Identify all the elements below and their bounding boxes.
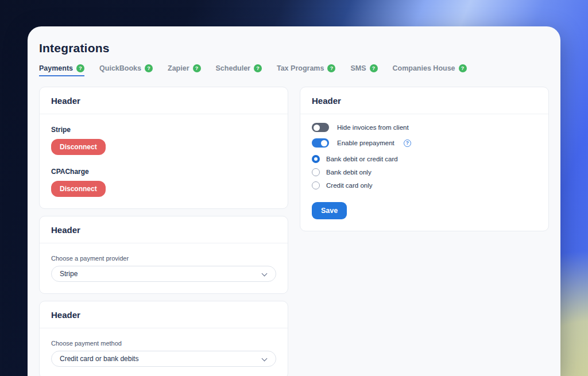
disconnect-stripe-button[interactable]: Disconnect — [51, 139, 106, 155]
tab-label: Scheduler — [216, 64, 250, 72]
radio-label: Credit card only — [326, 182, 373, 189]
invoice-settings-card: Header Hide invoices from client Enable … — [300, 87, 549, 231]
help-badge-icon[interactable]: ? — [145, 64, 153, 72]
help-badge-icon[interactable]: ? — [459, 64, 467, 72]
tab-companies-house[interactable]: Companies House ? — [393, 64, 467, 76]
chevron-down-icon — [262, 356, 268, 362]
left-column: Header Stripe Disconnect CPACharge Disco… — [39, 87, 288, 376]
help-badge-icon[interactable]: ? — [76, 64, 84, 72]
card-header: Header — [40, 301, 288, 328]
payment-method-select[interactable]: Credit card or bank debits — [51, 351, 276, 367]
tab-payments[interactable]: Payments ? — [39, 64, 84, 76]
tab-tax-programs[interactable]: Tax Programs ? — [277, 64, 335, 76]
toggle-knob — [314, 125, 320, 131]
disconnect-cpacharge-button[interactable]: Disconnect — [51, 181, 106, 197]
help-badge-icon[interactable]: ? — [193, 64, 201, 72]
toggle-label: Enable prepayment — [337, 139, 394, 146]
tab-quickbooks[interactable]: QuickBooks ? — [99, 64, 153, 76]
tab-scheduler[interactable]: Scheduler ? — [216, 64, 262, 76]
provider-row-cpacharge: CPACharge Disconnect — [51, 168, 276, 197]
save-button[interactable]: Save — [312, 202, 347, 219]
provider-name: CPACharge — [51, 168, 276, 176]
radio-row-card-only: Credit card only — [312, 181, 537, 189]
payment-provider-label: Choose a payment provider — [51, 255, 276, 262]
toggle-label: Hide invoices from client — [337, 124, 409, 131]
selected-value: Credit card or bank debits — [60, 355, 138, 363]
tab-label: Companies House — [393, 64, 455, 72]
prepayment-help-icon[interactable]: ? — [404, 139, 411, 147]
payment-method-card: Header Choose payment method Credit card… — [39, 301, 288, 376]
enable-prepayment-row: Enable prepayment ? — [312, 138, 537, 148]
radio-bank-debit-or-credit-card[interactable] — [312, 155, 320, 163]
card-header: Header — [40, 87, 288, 114]
radio-label: Bank debit only — [326, 169, 372, 176]
radio-row-debit-or-card: Bank debit or credit card — [312, 155, 537, 163]
provider-name: Stripe — [51, 126, 276, 134]
tab-label: Payments — [39, 64, 73, 72]
main-panel: Integrations Payments ? QuickBooks ? Zap… — [28, 26, 560, 376]
radio-row-debit-only: Bank debit only — [312, 168, 537, 176]
page-title: Integrations — [39, 41, 549, 55]
help-badge-icon[interactable]: ? — [327, 64, 335, 72]
tab-label: SMS — [350, 64, 366, 72]
payment-provider-card: Header Choose a payment provider Stripe — [39, 216, 288, 294]
payment-method-label: Choose payment method — [51, 340, 276, 347]
card-header: Header — [40, 216, 288, 243]
provider-row-stripe: Stripe Disconnect — [51, 126, 276, 155]
help-badge-icon[interactable]: ? — [370, 64, 378, 72]
tab-bar: Payments ? QuickBooks ? Zapier ? Schedul… — [39, 64, 549, 76]
tab-label: Zapier — [168, 64, 189, 72]
radio-label: Bank debit or credit card — [326, 156, 398, 162]
payment-provider-select[interactable]: Stripe — [51, 266, 276, 282]
help-badge-icon[interactable]: ? — [254, 64, 262, 72]
radio-credit-card-only[interactable] — [312, 181, 320, 189]
radio-bank-debit-only[interactable] — [312, 168, 320, 176]
connected-providers-card: Header Stripe Disconnect CPACharge Disco… — [39, 87, 288, 209]
selected-value: Stripe — [60, 270, 78, 278]
tab-label: QuickBooks — [99, 64, 141, 72]
card-header: Header — [300, 87, 548, 114]
tab-zapier[interactable]: Zapier ? — [168, 64, 201, 76]
tab-sms[interactable]: SMS ? — [350, 64, 377, 76]
toggle-knob — [321, 140, 327, 146]
tab-label: Tax Programs — [277, 64, 324, 72]
hide-invoices-toggle[interactable] — [312, 123, 329, 132]
right-column: Header Hide invoices from client Enable … — [300, 87, 549, 231]
chevron-down-icon — [262, 271, 268, 277]
enable-prepayment-toggle[interactable] — [312, 138, 329, 148]
hide-invoices-row: Hide invoices from client — [312, 123, 537, 132]
